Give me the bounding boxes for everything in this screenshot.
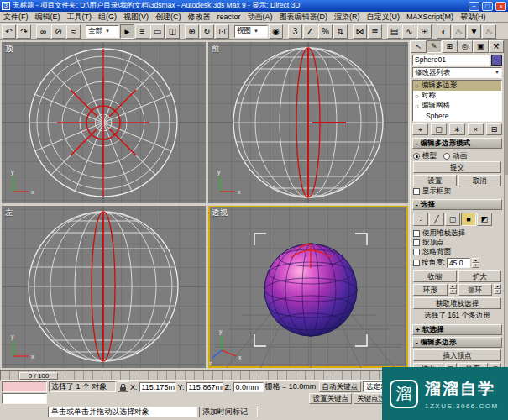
rollout-selection[interactable]: - 选择 (412, 199, 502, 210)
loop-button[interactable]: 循环 (458, 284, 493, 296)
settings-button[interactable]: 设置 (413, 175, 457, 186)
tab-hierarchy-icon[interactable]: ⊞ (442, 40, 458, 53)
region-select-icon[interactable]: ▭ (150, 24, 165, 39)
model-radio[interactable]: 模型 (413, 151, 437, 161)
tab-display-icon[interactable]: ▣ (473, 40, 489, 53)
tab-modify-icon[interactable]: ✎ (427, 40, 443, 53)
panel-scrollbar[interactable] (504, 40, 508, 420)
remove-modifier-icon[interactable]: × (468, 123, 484, 135)
get-stack-selection-button[interactable]: 获取堆栈选择 (413, 297, 501, 309)
time-slider-track[interactable]: 0 / 100 (0, 370, 409, 381)
viewport-perspective[interactable]: 透视 (208, 206, 408, 368)
stack-item-edit-mesh[interactable]: ○ 编辑网格 (413, 101, 501, 111)
tab-motion-icon[interactable]: ◎ (458, 40, 474, 53)
object-name-field[interactable]: Sphere01 (412, 55, 490, 66)
select-rotate-icon[interactable]: ↻ (200, 24, 214, 39)
border-subobject-icon[interactable]: ▢ (445, 213, 460, 226)
layer-manager-icon[interactable]: ▤ (387, 24, 401, 39)
reference-coordinate-dropdown[interactable]: 视图 ▼ (234, 25, 268, 38)
viewport-front-label[interactable]: 前 (212, 44, 220, 55)
auto-key-button[interactable]: 自动关键点 (319, 381, 362, 392)
maxscript-mini-listener-input[interactable] (2, 393, 47, 404)
menu-customize[interactable]: 自定义(U) (364, 12, 404, 23)
undo-icon[interactable]: ↶ (2, 24, 16, 39)
lock-selection-toggle[interactable] (118, 381, 128, 392)
maxscript-mini-listener-macro[interactable] (2, 381, 47, 392)
time-tag-field[interactable]: 添加时间标记 (199, 407, 258, 417)
menu-modifiers[interactable]: 修改器 (185, 12, 214, 23)
time-slider-button[interactable]: 0 / 100 (19, 372, 58, 380)
ring-button[interactable]: 环形 (413, 284, 448, 296)
configure-stack-icon[interactable]: ⊟ (486, 123, 502, 135)
viewport-left[interactable]: 左 x (2, 206, 206, 368)
angle-spinner[interactable]: ▲ ▼ (472, 258, 479, 268)
curve-editor-icon[interactable]: ∿ (402, 24, 416, 39)
redo-icon[interactable]: ↷ (17, 24, 31, 39)
tab-create-icon[interactable]: ↖ (411, 40, 427, 53)
cancel-button[interactable]: 取消 (458, 175, 502, 186)
stack-item-symmetry[interactable]: ○ 对称 (413, 91, 501, 101)
menu-help[interactable]: 帮助(H) (457, 12, 490, 23)
animate-radio[interactable]: 动画 (443, 151, 467, 161)
spinner-snap-icon[interactable]: ⇅ (333, 24, 348, 39)
menu-group[interactable]: 组(G) (95, 12, 120, 23)
element-subobject-icon[interactable]: ◩ (477, 213, 492, 226)
selection-filter-dropdown[interactable]: 全部 ▼ (86, 25, 119, 38)
polygon-subobject-icon[interactable]: ■ (461, 213, 476, 226)
select-move-icon[interactable]: ⊕ (185, 24, 199, 39)
viewport-left-label[interactable]: 左 (5, 207, 13, 218)
render-scene-icon[interactable]: ♨ (452, 24, 466, 39)
set-key-button[interactable]: 设置关键点 (309, 393, 352, 404)
snap-toggle-icon[interactable]: 3 (288, 24, 302, 39)
unlink-icon[interactable]: ⊘ (51, 24, 65, 39)
vertex-subobject-icon[interactable]: ∵ (413, 213, 428, 226)
menu-maxscript[interactable]: MAXScript(M) (403, 13, 457, 21)
ignore-backfacing-checkbox[interactable]: 忽略背面 (413, 247, 501, 256)
angle-snap-icon[interactable]: ∠ (303, 24, 317, 39)
commit-button[interactable]: 提交 (413, 161, 501, 173)
viewport-front[interactable]: 前 (208, 42, 408, 203)
render-type-icon[interactable]: ▼ (467, 24, 481, 39)
use-pivot-center-icon[interactable]: ◉ (269, 24, 283, 39)
angle-value-field[interactable]: 45.0 (447, 258, 470, 268)
menu-graph-editors[interactable]: 图表编辑器(D) (276, 12, 332, 23)
viewport-perspective-label[interactable]: 透视 (212, 207, 228, 218)
rollout-edit-poly-mode[interactable]: - 编辑多边形模式 (412, 138, 502, 149)
by-angle-checkbox[interactable] (413, 260, 420, 266)
menu-reactor[interactable]: reactor (214, 13, 244, 21)
x-coord-field[interactable]: 115.175mm (139, 382, 176, 392)
select-by-name-icon[interactable]: ≡ (135, 24, 149, 39)
rollout-edit-polygons[interactable]: - 编辑多边形 (412, 337, 502, 348)
loop-spinner[interactable]: ▲▼ (494, 284, 501, 294)
title-bar[interactable]: 3 无标题 - 项目文件夹: D:\用户目录\我的文档\3dsmax - Aut… (0, 0, 508, 12)
select-and-link-icon[interactable]: ∞ (36, 24, 50, 39)
menu-file[interactable]: 文件(F) (0, 12, 32, 23)
quick-render-icon[interactable]: ♨ (482, 24, 496, 39)
ring-spinner[interactable]: ▲▼ (449, 284, 457, 294)
minimize-button[interactable]: − (469, 2, 479, 11)
viewport-top-label[interactable]: 顶 (5, 44, 13, 55)
window-crossing-icon[interactable]: ◫ (165, 24, 180, 39)
menu-edit[interactable]: 编辑(E) (32, 12, 64, 23)
select-scale-icon[interactable]: ⊡ (215, 24, 229, 39)
show-cage-checkbox[interactable]: 显示框架 (413, 186, 501, 196)
shrink-button[interactable]: 收缩 (413, 270, 457, 282)
select-object-icon[interactable]: ► (120, 24, 134, 39)
stack-item-sphere[interactable]: Sphere (413, 111, 501, 121)
menu-animation[interactable]: 动画(A) (244, 12, 276, 23)
close-button[interactable]: × (495, 2, 506, 11)
bulb-icon[interactable]: ○ (415, 82, 419, 90)
bulb-icon[interactable]: ○ (415, 92, 419, 100)
z-coord-field[interactable]: 0.0mm (233, 382, 264, 392)
menu-rendering[interactable]: 渲染(R) (331, 12, 364, 23)
stack-item-edit-poly[interactable]: ○ 编辑多边形 (413, 81, 501, 91)
menu-tools[interactable]: 工具(T) (64, 12, 96, 23)
insert-vertex-button[interactable]: 插入顶点 (413, 349, 501, 361)
pin-stack-icon[interactable]: ⌖ (412, 123, 428, 135)
bind-spacewarp-icon[interactable]: ≈ (66, 24, 81, 39)
mirror-icon[interactable]: ⋈ (353, 24, 367, 39)
material-editor-icon[interactable]: ◐ (437, 24, 451, 39)
grow-button[interactable]: 扩大 (458, 270, 502, 282)
tab-utilities-icon[interactable]: ⚒ (489, 40, 505, 53)
spin-down-icon[interactable]: ▼ (472, 263, 479, 268)
